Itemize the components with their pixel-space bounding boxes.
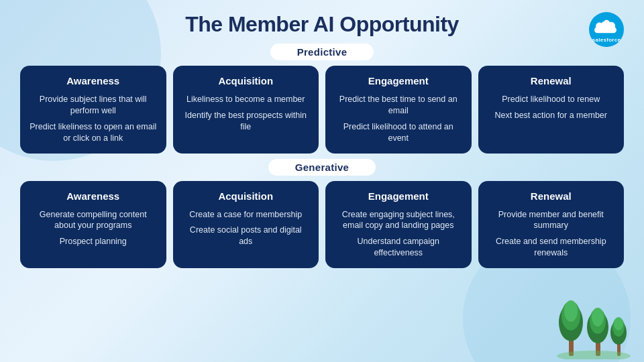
card-renewal-predictive-title: Renewal [488,75,615,87]
card-renewal-generative: Renewal Provide member and benefit summa… [478,181,625,269]
card-engagement-generative-item-0: Create engaging subject lines, email cop… [335,209,462,232]
card-awareness-generative: Awareness Generate compelling content ab… [20,181,166,269]
salesforce-logo: salesforce [589,12,624,47]
predictive-label: Predictive [270,44,374,60]
card-renewal-generative-item-1: Create and send membership renewals [488,236,615,259]
card-acquisition-generative: Acquisition Create a case for membership… [173,181,319,269]
card-engagement-generative-title: Engagement [335,190,462,202]
card-engagement-generative: Engagement Create engaging subject lines… [325,181,472,269]
card-awareness-predictive-item-1: Predict likeliness to open an email or c… [30,121,157,144]
predictive-cards-grid: Awareness Provide subject lines that wil… [20,66,624,154]
tree-decoration [550,286,637,362]
card-awareness-generative-item-0: Generate compelling content about your p… [30,209,157,232]
card-renewal-generative-item-0: Provide member and benefit summary [488,209,615,232]
generative-section-header: Generative [20,159,624,176]
predictive-section-header: Predictive [20,44,624,60]
svg-point-3 [564,300,578,322]
card-renewal-predictive-item-1: Next best action for a member [488,110,615,121]
card-engagement-generative-item-1: Understand campaign effectiveness [335,236,462,259]
card-awareness-predictive-item-0: Provide subject lines that will perform … [30,94,157,117]
page-title: The Member AI Opportunity [20,12,624,37]
card-awareness-generative-title: Awareness [30,190,157,202]
card-acquisition-predictive: Acquisition Likeliness to become a membe… [173,66,319,154]
card-engagement-predictive: Engagement Predict the best time to send… [325,66,472,154]
card-acquisition-predictive-title: Acquisition [182,75,310,87]
card-engagement-predictive-item-0: Predict the best time to send an email [335,94,462,117]
generative-cards-grid: Awareness Generate compelling content ab… [20,181,624,269]
salesforce-text: salesforce [592,37,621,43]
card-awareness-predictive: Awareness Provide subject lines that wil… [20,66,166,154]
card-acquisition-generative-item-1: Create social posts and digital ads [182,225,310,247]
card-acquisition-predictive-item-0: Likeliness to become a member [182,94,310,105]
card-awareness-predictive-title: Awareness [30,75,157,87]
generative-label: Generative [268,159,376,176]
svg-point-7 [592,308,604,326]
card-engagement-predictive-item-1: Predict likelihood to attend an event [335,121,462,144]
card-renewal-generative-title: Renewal [488,190,615,202]
page-container: The Member AI Opportunity Predictive Awa… [0,0,644,282]
card-awareness-generative-item-1: Prospect planning [30,236,157,247]
card-acquisition-predictive-item-1: Identify the best prospects within file [182,110,310,133]
card-acquisition-generative-item-0: Create a case for membership [182,209,310,221]
card-engagement-predictive-title: Engagement [335,75,462,87]
card-acquisition-generative-title: Acquisition [182,190,310,202]
card-renewal-predictive: Renewal Predict likelihood to renew Next… [478,66,625,154]
svg-point-11 [614,317,623,330]
card-renewal-predictive-item-0: Predict likelihood to renew [488,94,615,105]
